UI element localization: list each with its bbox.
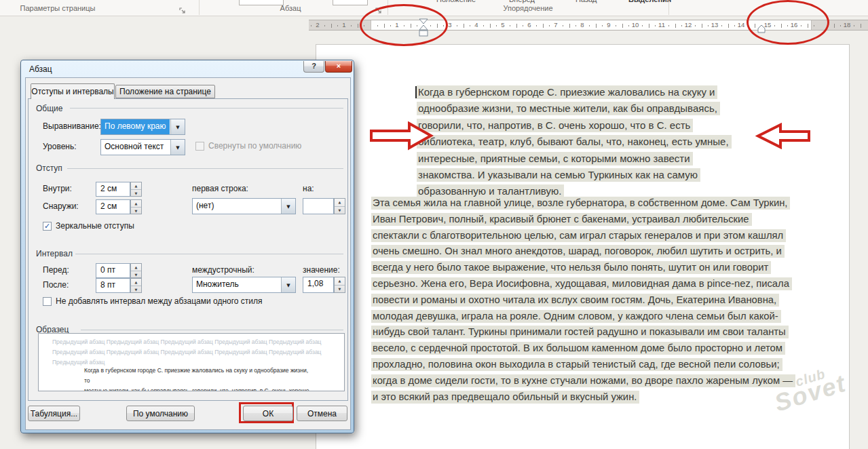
- ruler-tick: [324, 25, 325, 26]
- first-line-by-spinner[interactable]: ▲▼: [334, 198, 345, 214]
- ruler-tick: [649, 24, 649, 28]
- dialog-title: Абзац: [29, 64, 52, 74]
- document-text-line: Иван Петрович, полный, красивый брюнет с…: [371, 212, 795, 228]
- preview-box: Предыдущий абзац Предыдущий абзац Предыд…: [38, 333, 345, 391]
- spacing-before-spinner[interactable]: ▲▼: [130, 263, 142, 278]
- check-icon: ✓: [44, 222, 50, 230]
- annotation-circle-right-indent-marker: [747, 0, 829, 45]
- ruler-tick: [728, 24, 729, 28]
- outline-level-dropdown[interactable]: Основной текст ▼: [100, 139, 185, 155]
- no-space-same-style-checkbox[interactable]: [43, 297, 52, 306]
- document-paragraph-1[interactable]: Когда в губернском городе С. приезжие жа…: [417, 84, 732, 200]
- document-text-line: спектакли с благотворительною целью, сам…: [371, 228, 795, 244]
- spin-up-icon: ▲: [131, 279, 141, 286]
- ruler-tick: [622, 24, 623, 28]
- dialog-close-button[interactable]: ×: [325, 61, 352, 73]
- ruler-number: 10: [632, 21, 639, 28]
- tab-indents-and-spacing[interactable]: Отступы и интервалы: [31, 83, 115, 99]
- line-spacing-at-field[interactable]: 1,08: [303, 277, 334, 293]
- preview-previous-paragraph-text: Предыдущий абзац Предыдущий абзац Предыд…: [52, 337, 336, 368]
- ruler-tick: [563, 25, 563, 26]
- no-space-same-style-label: Не добавлять интервал между абзацами одн…: [56, 296, 263, 306]
- document-text-line: всегда у него было такое выражение, что …: [371, 260, 795, 276]
- ruler-number: 11: [658, 21, 665, 28]
- ruler-number: 2: [316, 21, 319, 28]
- line-spacing-dropdown[interactable]: Множитель ▼: [192, 277, 296, 293]
- ruler-tick: [721, 25, 722, 26]
- cancel-button[interactable]: Отмена: [297, 406, 347, 421]
- document-text-line: Когда в губернском городе С. приезжие жа…: [417, 84, 732, 100]
- alignment-label: Выравнивание:: [43, 121, 101, 131]
- ruler-tick: [695, 25, 696, 26]
- ruler-number: 1: [342, 21, 345, 28]
- ok-button[interactable]: ОК: [243, 406, 293, 421]
- ruler-tick: [589, 25, 590, 26]
- line-spacing-at-spinner[interactable]: ▲▼: [334, 277, 345, 293]
- document-text-line: повести и романы и охотно читала их вслу…: [371, 292, 795, 309]
- ruler-number: 9: [607, 21, 610, 28]
- spacing-after-spinner[interactable]: ▲▼: [130, 278, 142, 293]
- ribbon-clipped-button-label[interactable]: Назад: [575, 0, 597, 3]
- ribbon-clipped-field[interactable]: [239, 0, 284, 5]
- ruler-tick: [464, 24, 464, 28]
- chevron-down-icon[interactable]: ▼: [281, 199, 295, 214]
- ruler-tick: [642, 25, 643, 26]
- document-text-line: однообразие жизни, то местные жители, ка…: [417, 100, 732, 117]
- spin-down-icon: ▼: [335, 285, 345, 292]
- spin-down-icon: ▼: [131, 207, 141, 214]
- ribbon-clipped-button-label[interactable]: Вперед: [509, 0, 535, 3]
- chevron-down-icon[interactable]: ▼: [281, 277, 295, 292]
- ruler-number: 8: [580, 21, 584, 28]
- mirror-indents-checkbox[interactable]: ✓: [43, 222, 52, 231]
- ribbon-clipped-button-label[interactable]: Положение: [436, 0, 476, 3]
- collapsed-by-default-checkbox: [195, 142, 204, 151]
- line-spacing-label: междустрочный:: [192, 265, 254, 275]
- mirror-indents-label: Зеркальные отступы: [56, 221, 134, 231]
- spacing-before-field[interactable]: 0 пт: [96, 263, 130, 278]
- document-paragraph-2[interactable]: Эта семья жила на главной улице, возле г…: [371, 195, 795, 405]
- spacing-after-field[interactable]: 8 пт: [96, 278, 130, 293]
- ruler-number: 6: [527, 21, 531, 28]
- first-line-dropdown[interactable]: (нет) ▼: [192, 198, 296, 214]
- first-line-by-field[interactable]: [303, 198, 334, 214]
- ruler-tick: [569, 24, 570, 28]
- group-label-page-setup: Параметры страницы: [20, 4, 96, 12]
- document-text-line: и это всякий раз предвещало обильный и в…: [371, 389, 795, 406]
- document-text-line: интересные, приятные семьи, с которыми м…: [417, 151, 732, 167]
- spin-down-icon: ▼: [131, 189, 141, 196]
- ribbon-clipped-field[interactable]: [333, 0, 368, 5]
- line-spacing-at-label: значение:: [303, 265, 340, 275]
- chevron-down-icon[interactable]: ▼: [170, 140, 185, 155]
- document-text-line: говорили, что, напротив, в С. очень хоро…: [417, 117, 732, 134]
- first-line-by-label: на:: [303, 184, 314, 193]
- ruler-tick: [854, 25, 854, 26]
- section-indent: Отступ: [36, 163, 62, 173]
- document-text-line: когда в доме сидели гости, то в кухне ст…: [371, 373, 795, 389]
- indent-outside-field[interactable]: 2 см: [96, 199, 130, 214]
- collapsed-by-default-label: Свернуты по умолчанию: [208, 141, 301, 151]
- ruler-number: 18: [844, 21, 851, 28]
- indent-outside-label: Снаружи:: [43, 201, 79, 211]
- ribbon-clipped-button-label[interactable]: Выделения: [628, 0, 671, 3]
- tabs-button[interactable]: Табуляция...: [28, 406, 80, 421]
- alignment-dropdown[interactable]: По левому краю ▼: [100, 119, 185, 135]
- chevron-down-icon[interactable]: ▼: [170, 119, 185, 134]
- spin-up-icon: ▲: [335, 277, 345, 285]
- outline-level-label: Уровень:: [43, 142, 77, 151]
- indent-inside-field[interactable]: 2 см: [96, 182, 130, 197]
- ruler-tick: [351, 25, 352, 26]
- ruler-tick: [331, 24, 332, 28]
- dialog-launcher-icon[interactable]: [179, 5, 187, 13]
- indent-outside-spinner[interactable]: ▲▼: [130, 199, 142, 214]
- group-label-paragraph: Абзац: [280, 4, 301, 12]
- indent-inside-spinner[interactable]: ▲▼: [130, 182, 142, 197]
- ruler-tick: [734, 25, 735, 26]
- set-as-default-button[interactable]: По умолчанию: [126, 406, 195, 421]
- first-line-label: первая строка:: [192, 184, 248, 193]
- dialog-help-button[interactable]: ?: [303, 61, 324, 73]
- document-text-line: очень смешно. Он знал много анекдотов, ш…: [371, 243, 795, 260]
- ruler-tick: [655, 25, 656, 26]
- ruler-number: 14: [738, 21, 745, 28]
- tab-line-and-page-breaks[interactable]: Положение на странице: [115, 85, 215, 98]
- ruler-tick: [536, 25, 537, 26]
